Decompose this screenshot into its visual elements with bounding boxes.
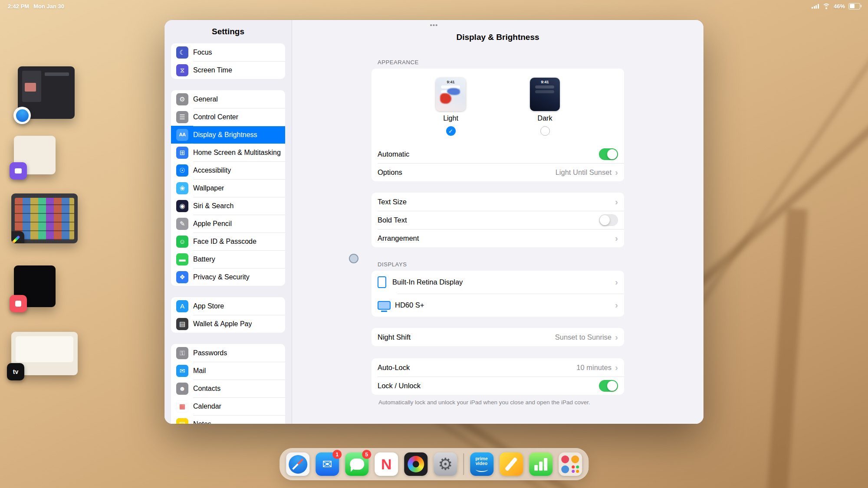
screen-time-icon-glyph: ⧖ — [180, 67, 185, 73]
bold-text-toggle[interactable] — [599, 214, 618, 226]
dock-separator — [463, 453, 464, 475]
sidebar-item-wallet-apple-pay[interactable]: ▤ Wallet & Apple Pay — [171, 315, 285, 333]
sidebar-item-contacts[interactable]: ☻ Contacts — [171, 380, 285, 397]
mail-dock-icon[interactable]: ✉1 — [316, 452, 339, 476]
face-id-icon-glyph: ☺ — [179, 238, 185, 245]
dark-mode-radio-icon[interactable] — [540, 126, 550, 136]
sidebar-item-apple-pencil[interactable]: ✎ Apple Pencil — [171, 215, 285, 233]
sidebar-item-display-brightness[interactable]: AA Display & Brightness — [171, 126, 285, 144]
chevron-right-icon: › — [615, 300, 618, 309]
contacts-icon-glyph: ☻ — [179, 385, 186, 392]
lock-unlock-toggle[interactable] — [599, 380, 618, 392]
automatic-toggle[interactable] — [599, 148, 618, 160]
sidebar-item-notes[interactable]: ▤ Notes — [171, 415, 285, 424]
display-brightness-pane: Display & Brightness APPEARANCE 9:41 Lig… — [292, 20, 704, 424]
sidebar-item-siri-search[interactable]: ◉ Siri & Search — [171, 197, 285, 215]
text-size-row[interactable]: Text Size › — [372, 193, 624, 211]
display-brightness-icon: AA — [176, 129, 188, 141]
sidebar-item-control-center[interactable]: ☰ Control Center — [171, 108, 285, 126]
sidebar-item-label: Wallet & Apple Pay — [193, 320, 252, 328]
calendar-icon-glyph: ▦ — [179, 403, 185, 409]
displays-card: Built-In Retina Display › HD60 S+ › — [372, 271, 624, 317]
thumbnail-content — [45, 72, 69, 76]
status-bar: 2:42 PM Mon Jan 30 46% — [0, 1, 868, 11]
pencil-app-dock-icon[interactable] — [500, 452, 523, 476]
stage-window-photos-grid[interactable] — [11, 193, 78, 243]
battery-percent: 46% — [834, 3, 845, 10]
settings-dock-icon[interactable]: ⚙ — [434, 452, 457, 476]
automatic-label: Automatic — [378, 150, 599, 158]
accessibility-icon-glyph: ☉ — [179, 167, 185, 174]
sidebar-item-home-screen-multitasking[interactable]: ⊞ Home Screen & Multitasking — [171, 144, 285, 161]
messages-dock-icon[interactable]: 5 — [345, 452, 368, 476]
displays-section-label: DISPLAYS — [372, 261, 624, 268]
stage-window-tv-app[interactable]: tv — [11, 332, 78, 375]
display-brightness-icon-glyph: AA — [179, 132, 186, 137]
sidebar-item-calendar[interactable]: ▦ Calendar — [171, 397, 285, 415]
light-mode-option[interactable]: 9:41 Light ✓ — [436, 78, 466, 136]
sidebar-title: Settings — [164, 20, 292, 43]
sidebar-item-face-id-passcode[interactable]: ☺ Face ID & Passcode — [171, 233, 285, 250]
external-display-row[interactable]: HD60 S+ › — [372, 294, 624, 317]
app-library-grid-icon — [561, 455, 579, 473]
focus-icon: ☾ — [176, 46, 188, 59]
sidebar-item-privacy-security[interactable]: ❖ Privacy & Security — [171, 268, 285, 286]
night-shift-row[interactable]: Night Shift Sunset to Sunrise › — [372, 328, 624, 346]
safari-dock-icon[interactable] — [286, 452, 309, 476]
news-dock-icon[interactable]: N — [375, 452, 398, 476]
sidebar-item-accessibility[interactable]: ☉ Accessibility — [171, 161, 285, 179]
night-shift-card: Night Shift Sunset to Sunrise › — [372, 328, 624, 346]
screen-time-icon: ⧖ — [176, 64, 188, 76]
smile-arc-icon — [476, 467, 488, 472]
mail-setting-icon-glyph: ✉ — [180, 367, 185, 374]
dock: ✉1 5 N ⚙ prime video — [279, 448, 589, 480]
sidebar-item-general[interactable]: ⚙ General — [171, 90, 285, 108]
settings-window: ••• Settings ☾ Focus ⧖ Screen Time ⚙ Gen… — [164, 20, 704, 424]
sidebar-item-label: Contacts — [193, 385, 220, 393]
sidebar-item-label: Home Screen & Multitasking — [193, 149, 281, 157]
sidebar-item-focus[interactable]: ☾ Focus — [171, 43, 285, 61]
stage-window-safari[interactable] — [18, 66, 75, 119]
text-settings-card: Text Size › Bold Text Arrangement › — [372, 193, 624, 247]
apple-pencil-icon-glyph: ✎ — [180, 220, 185, 227]
sidebar-item-app-store[interactable]: A App Store — [171, 297, 285, 315]
sidebar-group: ⚙ General ☰ Control Center AA Display & … — [171, 90, 285, 286]
stage-window-dark-app[interactable] — [14, 265, 56, 307]
builtin-display-row[interactable]: Built-In Retina Display › — [372, 271, 624, 294]
safari-app-icon — [13, 107, 31, 124]
appearance-section-label: APPEARANCE — [372, 59, 624, 66]
app-library-dock-icon[interactable] — [559, 452, 582, 476]
lock-unlock-row: Lock / Unlock — [372, 377, 624, 395]
color-wheel-app-icon[interactable] — [404, 452, 427, 476]
prime-video-dock-icon[interactable]: prime video — [470, 452, 493, 476]
siri-icon-glyph: ◉ — [179, 203, 185, 209]
sidebar-item-label: Apple Pencil — [193, 220, 232, 228]
dark-mode-option[interactable]: 9:41 Dark — [530, 78, 560, 136]
page-title: Display & Brightness — [456, 33, 539, 42]
sidebar-item-label: Siri & Search — [193, 202, 233, 210]
chevron-right-icon: › — [615, 277, 618, 286]
light-mode-checkmark-icon[interactable]: ✓ — [446, 126, 456, 136]
stage-window-purple-app[interactable] — [14, 136, 56, 174]
sidebar-item-mail[interactable]: ✉ Mail — [171, 362, 285, 380]
sidebar-item-passwords[interactable]: ⚿ Passwords — [171, 344, 285, 362]
contacts-icon: ☻ — [176, 383, 188, 395]
dark-mode-label: Dark — [538, 115, 552, 122]
arrangement-row[interactable]: Arrangement › — [372, 229, 624, 247]
options-row[interactable]: Options Light Until Sunset › — [372, 163, 624, 181]
accessibility-icon: ☉ — [176, 164, 188, 177]
general-icon: ⚙ — [176, 93, 188, 105]
bar-chart-app-dock-icon[interactable] — [529, 452, 552, 476]
sidebar-item-label: Focus — [193, 49, 212, 56]
wallpaper-icon-glyph: ❀ — [180, 185, 185, 191]
privacy-icon: ❖ — [176, 271, 188, 283]
window-controls-icon[interactable]: ••• — [430, 21, 438, 29]
apple-tv-app-icon: tv — [7, 363, 24, 380]
passwords-icon: ⚿ — [176, 347, 188, 359]
sidebar-item-battery[interactable]: ▬ Battery — [171, 250, 285, 268]
sidebar-item-screen-time[interactable]: ⧖ Screen Time — [171, 61, 285, 79]
status-time: 2:42 PM — [8, 3, 29, 10]
sidebar-group: ☾ Focus ⧖ Screen Time — [171, 43, 285, 79]
sidebar-item-wallpaper[interactable]: ❀ Wallpaper — [171, 179, 285, 197]
auto-lock-row[interactable]: Auto-Lock 10 minutes › — [372, 358, 624, 377]
